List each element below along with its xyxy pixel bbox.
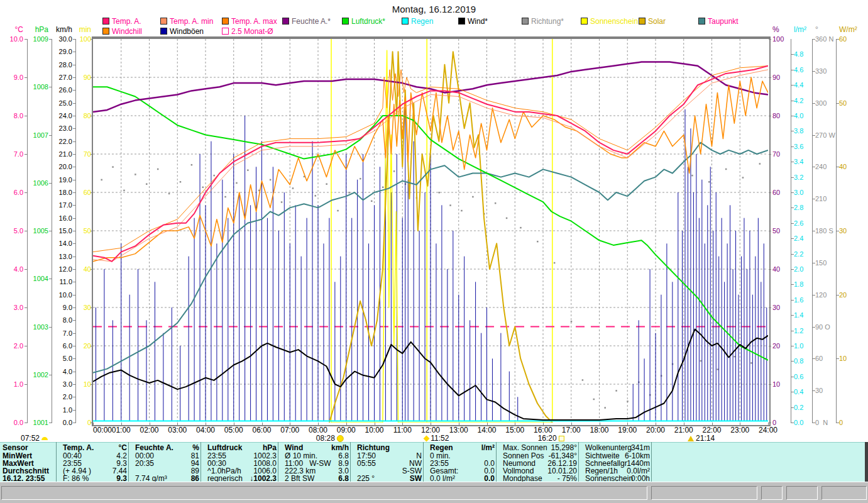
- axis-tick-label: 24.0: [51, 112, 72, 119]
- legend-swatch: [698, 18, 705, 25]
- axis-tick-label: 100: [772, 35, 784, 43]
- sun-event-sunrise: 07:52: [21, 434, 48, 443]
- axis-tick-label: 1001: [27, 419, 48, 426]
- axis-tick-label: 27.0: [51, 74, 72, 81]
- axis-tick-label: 0.6: [794, 373, 803, 380]
- col-header: Richtung: [357, 444, 390, 451]
- axis-tick-label: 4.0: [2, 265, 23, 273]
- axis-tick-label: 28.0: [51, 61, 72, 69]
- axis-tick-label: 9.0: [51, 304, 72, 311]
- legend-item-solar[interactable]: Solar: [639, 17, 666, 25]
- legend-item-temp-a-max[interactable]: Temp. A. max: [222, 17, 277, 25]
- axis-tick-label: 3.2: [794, 174, 803, 181]
- legend-item-taupunkt[interactable]: Taupunkt: [698, 17, 739, 25]
- x-axis-label: 12:00: [421, 426, 440, 434]
- axis-tick-label: 15.0: [51, 227, 72, 235]
- chart-plot[interactable]: [93, 39, 768, 423]
- x-axis-label: 23:00: [730, 426, 749, 434]
- axis-tick-label: 22.0: [51, 138, 72, 145]
- legend-swatch: [402, 18, 409, 25]
- axis-tick-label: 10: [839, 355, 847, 362]
- legend-item-regen[interactable]: Regen: [402, 17, 433, 25]
- axis-tick-label: 1.6: [794, 296, 803, 304]
- axis-tick-label: 40: [772, 265, 780, 273]
- axis-tick-label: 6.0: [2, 189, 23, 196]
- legend-label: 2.5 Monat-Ø: [231, 27, 273, 36]
- axis-tick-label: 0.0: [51, 419, 72, 426]
- legend-swatch: [160, 28, 167, 35]
- col-header-unit: l/m²: [400, 444, 495, 451]
- axis-tick-label: 0: [70, 419, 91, 426]
- legend-item-wind-[interactable]: Wind*: [458, 17, 488, 25]
- axis-tick-label: 0.8: [794, 357, 803, 365]
- legend-label: Sonnenschein: [590, 17, 638, 26]
- axis-tick-label: 3.8: [794, 127, 803, 135]
- axis-tick-label: 23.0: [51, 124, 72, 132]
- legend-swatch: [102, 28, 109, 35]
- legend-label: Taupunkt: [708, 17, 739, 26]
- axis-tick-label: 150: [815, 259, 827, 267]
- axis-tick-label: 240: [815, 163, 827, 170]
- axis-tick-label: 18.0: [51, 189, 72, 196]
- axis-tick-label: 2.0: [51, 393, 72, 401]
- legend-item-windchill[interactable]: Windchill: [102, 27, 142, 35]
- legend-item-2-5-monat-[interactable]: 2.5 Monat-Ø: [222, 27, 273, 35]
- legend-item-feuchte-a-[interactable]: Feuchte A.*: [282, 17, 331, 25]
- legend-item-temp-a-[interactable]: Temp. A.: [102, 17, 141, 25]
- sun-event-sun: 08:28: [316, 434, 344, 443]
- legend-swatch: [102, 18, 109, 25]
- x-axis-label: 01:00: [112, 426, 131, 434]
- x-axis-label: 00:00: [93, 426, 112, 434]
- legend-label: Luftdruck*: [351, 17, 385, 26]
- axis-tick-label: 2.2: [794, 250, 803, 258]
- x-axis-label: 04:00: [196, 426, 215, 434]
- window-edge: [865, 442, 868, 482]
- axis-tick-label: 8.0: [51, 316, 72, 324]
- axis-tick-label: 3.0: [51, 380, 72, 388]
- axis-tick-label: 11.0: [51, 278, 72, 285]
- axis-tick-label: 50: [70, 227, 91, 235]
- x-axis-label: 19:00: [618, 426, 637, 434]
- x-axis-label: 11:00: [393, 426, 412, 434]
- axis-tick-label: 16.0: [51, 214, 72, 222]
- axis-tick-label: 360 N: [815, 35, 833, 43]
- legend-item-sonnenschein[interactable]: Sonnenschein: [581, 17, 638, 25]
- legend-label: Solar: [648, 17, 666, 26]
- x-axis-label: 03:00: [168, 426, 187, 434]
- x-axis-label: 20:00: [646, 426, 665, 434]
- legend-item-temp-a-min[interactable]: Temp. A. min: [160, 17, 213, 25]
- series-windb-en: [96, 103, 766, 421]
- axis-tick-label: 20.0: [51, 163, 72, 170]
- legend-label: Wind*: [468, 17, 488, 26]
- axis-tick-label: 4.4: [794, 81, 803, 89]
- legend-item-richtung-[interactable]: Richtung*: [522, 17, 564, 25]
- axis-tick-label: 1.0: [2, 380, 23, 388]
- legend-item-luftdruck-[interactable]: Luftdruck*: [342, 17, 385, 25]
- x-axis-label: 07:00: [280, 426, 299, 434]
- legend-swatch: [639, 18, 646, 25]
- x-axis-label: 08:00: [309, 426, 327, 434]
- status-segment: [761, 486, 783, 500]
- axis-tick-label: 3.0: [2, 304, 23, 311]
- legend-swatch: [160, 18, 167, 25]
- axis-tick-label: 1008: [27, 83, 48, 91]
- axis-tick-label: 270 W: [815, 131, 835, 139]
- axis-tick-label: 1.4: [794, 311, 803, 319]
- chart-title: Montag, 16.12.2019: [0, 4, 868, 14]
- axis-tick-label: 120: [815, 291, 827, 299]
- axis-tick-label: 7.0: [51, 329, 72, 337]
- axis-tick-label: 4.0: [51, 368, 72, 375]
- legend-swatch: [222, 28, 229, 35]
- axis-tick-label: 3.4: [794, 158, 803, 165]
- x-axis-label: 24:00: [759, 426, 777, 434]
- axis-tick-label: 20: [70, 342, 91, 350]
- x-axis-label: 15:00: [505, 426, 524, 434]
- legend-label: Richtung*: [531, 17, 564, 26]
- x-axis-label: 14:00: [477, 426, 496, 434]
- axis-tick-label: 6.0: [51, 342, 72, 350]
- x-axis-label: 22:00: [702, 426, 721, 434]
- legend-label: Windchill: [112, 27, 142, 36]
- axis-header-kmh: km/h: [51, 25, 72, 34]
- legend-item-windb-en[interactable]: Windböen: [160, 27, 204, 35]
- axis-tick-label: 330: [815, 67, 827, 75]
